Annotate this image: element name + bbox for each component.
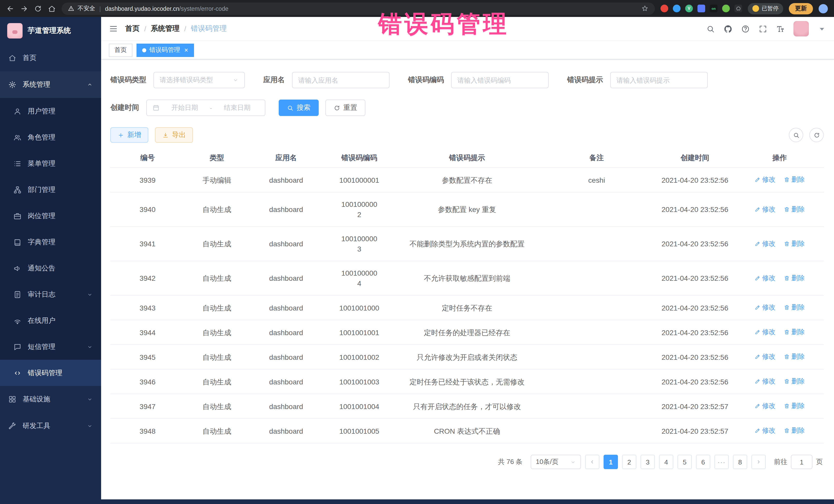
page-button-5[interactable]: 5 [678,455,692,469]
forward-icon[interactable] [20,4,28,13]
home-icon[interactable] [48,4,56,13]
edit-icon [754,428,761,434]
sidebar-item-系统管理[interactable]: 系统管理 [0,71,101,98]
page-button-6[interactable]: 6 [696,455,710,469]
delete-link[interactable]: 删除 [784,327,805,337]
profile-paused-badge[interactable]: 已暂停 [748,3,783,14]
browser-avatar[interactable] [819,4,828,13]
sidebar-item-通知公告[interactable]: 通知公告 [0,255,101,281]
delete-link[interactable]: 删除 [784,273,805,283]
sidebar-item-首页[interactable]: 首页 [0,45,101,71]
edit-link[interactable]: 修改 [754,401,775,411]
error-code-input[interactable] [457,76,543,84]
page-button-1[interactable]: 1 [603,455,618,469]
breadcrumb-home[interactable]: 首页 [125,24,139,34]
sidebar-item-研发工具[interactable]: 研发工具 [0,413,101,439]
security-indicator[interactable]: 不安全 [68,5,95,12]
error-hint-input[interactable] [616,76,702,84]
browser-update-button[interactable]: 更新 [789,3,813,14]
user-avatar[interactable] [793,21,809,37]
extension-icon[interactable] [698,5,705,12]
sidebar-item-用户管理[interactable]: 用户管理 [0,98,101,124]
edit-link[interactable]: 修改 [754,352,775,362]
row-actions: 修改删除 [736,168,824,192]
next-page-button[interactable] [751,455,766,469]
row-actions: 修改删除 [736,261,824,295]
delete-link[interactable]: 删除 [784,376,805,387]
tab-error-code[interactable]: 错误码管理 × [136,43,194,57]
sidebar-item-在线用户[interactable]: 在线用户 [0,307,101,334]
pager-more[interactable]: ··· [715,455,729,469]
date-range-picker[interactable]: 开始日期 - 结束日期 [146,100,265,116]
fontsize-icon[interactable] [776,24,785,33]
row-remark [539,419,654,443]
prev-page-button[interactable] [585,455,599,469]
page-button-3[interactable]: 3 [640,455,655,469]
extension-icon[interactable] [722,5,730,12]
sidebar-item-短信管理[interactable]: 短信管理 [0,334,101,360]
goto-page-input[interactable] [791,455,812,469]
fullscreen-icon[interactable] [759,24,767,33]
page-button-4[interactable]: 4 [659,455,673,469]
url-bar[interactable]: 不安全 | dashboard.yudao.iocoder.cn/system/… [62,2,655,15]
extension-icon[interactable]: on [710,5,718,12]
sidebar-item-错误码管理[interactable]: 错误码管理 [0,360,101,386]
sidebar-item-审计日志[interactable]: 审计日志 [0,281,101,307]
extension-icon[interactable] [660,5,668,12]
sidebar-item-部门管理[interactable]: 部门管理 [0,177,101,203]
caret-down-icon[interactable] [817,24,826,33]
page-button-2[interactable]: 2 [622,455,636,469]
star-icon[interactable] [641,5,649,12]
delete-link[interactable]: 删除 [784,175,805,185]
delete-link[interactable]: 删除 [784,238,805,249]
vue-devtools-icon[interactable]: V [685,5,693,12]
page-size-select[interactable]: 10条/页 [531,455,581,469]
delete-link[interactable]: 删除 [784,302,805,312]
row-hint: 定时任务已经处于该状态，无需修改 [395,369,539,394]
reset-button[interactable]: 重置 [325,100,366,116]
page-button-8[interactable]: 8 [733,455,747,469]
search-button[interactable]: 搜索 [279,100,319,116]
error-type-select[interactable]: 请选择错误码类型 [153,72,245,88]
back-icon[interactable] [6,4,14,13]
search-icon [287,105,293,111]
edit-link[interactable]: 修改 [754,327,775,337]
hamburger-icon[interactable] [109,24,118,34]
edit-link[interactable]: 修改 [754,238,775,249]
row-app: dashboard [249,345,323,369]
github-icon[interactable] [724,24,732,33]
export-button[interactable]: 导出 [155,127,193,143]
logo-row[interactable]: 芋道管理系统 [0,17,101,45]
edit-link[interactable]: 修改 [754,273,775,283]
delete-link[interactable]: 删除 [784,425,805,436]
sidebar-item-字典管理[interactable]: 字典管理 [0,229,101,255]
refresh-table-button[interactable] [809,128,824,142]
edit-link[interactable]: 修改 [754,302,775,312]
edit-link[interactable]: 修改 [754,425,775,436]
app-name-input[interactable] [298,76,383,84]
sidebar-item-基础设施[interactable]: 基础设施 [0,386,101,413]
sidebar-item-岗位管理[interactable]: 岗位管理 [0,203,101,229]
toggle-search-button[interactable] [789,128,803,142]
edit-link[interactable]: 修改 [754,175,775,185]
add-button[interactable]: 新增 [110,127,148,143]
row-type: 自动生成 [185,261,249,295]
sidebar-item-角色管理[interactable]: 角色管理 [0,124,101,150]
question-icon[interactable] [741,24,750,33]
sidebar-item-菜单管理[interactable]: 菜单管理 [0,150,101,177]
edit-link[interactable]: 修改 [754,376,775,387]
search-icon[interactable] [706,24,715,33]
extension-icon[interactable] [673,5,681,12]
delete-icon [784,206,790,212]
delete-link[interactable]: 删除 [784,401,805,411]
users-icon [13,133,22,141]
edit-link[interactable]: 修改 [754,204,775,214]
row-app: dashboard [249,320,323,345]
puzzle-icon[interactable] [734,5,742,12]
delete-link[interactable]: 删除 [784,204,805,214]
tab-home[interactable]: 首页 [109,43,132,57]
delete-link[interactable]: 删除 [784,352,805,362]
reload-icon[interactable] [34,4,42,13]
breadcrumb-system[interactable]: 系统管理 [151,24,180,34]
close-tab-icon[interactable]: × [184,47,188,53]
